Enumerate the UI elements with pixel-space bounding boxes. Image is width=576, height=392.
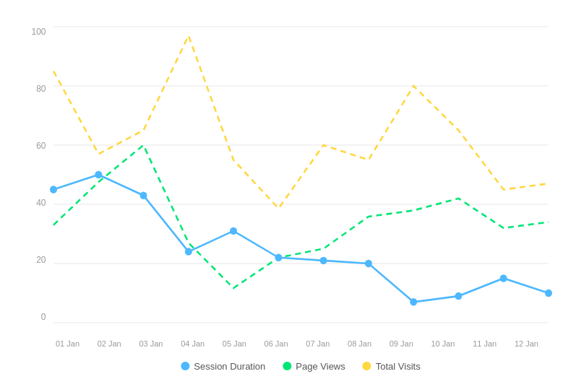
x-label-8: 08 Jan <box>338 339 382 348</box>
y-label-0: 0 <box>21 312 46 322</box>
legend-label-session-duration: Session Duration <box>194 361 265 372</box>
legend-session-duration: Session Duration <box>181 361 265 372</box>
dot-sd-7 <box>319 256 327 264</box>
x-label-5: 05 Jan <box>212 339 256 348</box>
dot-sd-6 <box>275 253 282 261</box>
dot-sd-2 <box>95 170 102 178</box>
chart-legend: Session Duration Page Views Total Visits <box>181 361 420 372</box>
x-label-6: 06 Jan <box>254 339 298 348</box>
chart-container: 100 80 60 40 20 0 <box>14 12 563 380</box>
x-label-2: 02 Jan <box>87 339 131 348</box>
x-label-10: 10 Jan <box>421 339 465 348</box>
legend-dot-total-visits <box>363 362 371 370</box>
x-label-7: 07 Jan <box>296 339 340 348</box>
x-label-9: 09 Jan <box>379 339 423 348</box>
session-duration-line <box>53 175 549 302</box>
dot-sd-5 <box>230 227 237 235</box>
dot-sd-12 <box>545 289 552 297</box>
total-visits-line <box>53 35 549 208</box>
legend-dot-session-duration <box>181 362 189 370</box>
dot-sd-11 <box>499 274 507 282</box>
y-label-40: 40 <box>21 198 46 208</box>
x-label-4: 04 Jan <box>171 339 215 348</box>
dot-sd-4 <box>184 248 192 256</box>
legend-label-total-visits: Total Visits <box>376 361 421 372</box>
x-axis: 01 Jan 02 Jan 03 Jan 04 Jan 05 Jan 06 Ja… <box>53 339 549 348</box>
dot-sd-10 <box>455 292 462 300</box>
x-label-1: 01 Jan <box>46 339 90 348</box>
chart-svg <box>53 27 549 323</box>
dot-sd-8 <box>364 259 371 267</box>
page-views-line <box>53 145 549 288</box>
legend-total-visits: Total Visits <box>363 361 421 372</box>
x-label-11: 11 Jan <box>463 339 507 348</box>
y-label-100: 100 <box>21 27 46 37</box>
dot-sd-3 <box>139 191 147 199</box>
legend-dot-page-views <box>283 362 291 370</box>
x-label-3: 03 Jan <box>129 339 173 348</box>
chart-area: 100 80 60 40 20 0 <box>53 27 549 323</box>
legend-label-page-views: Page Views <box>296 361 345 372</box>
y-axis: 100 80 60 40 20 0 <box>21 27 46 323</box>
x-label-12: 12 Jan <box>504 339 548 348</box>
dot-sd-9 <box>410 298 417 306</box>
y-label-80: 80 <box>21 84 46 94</box>
y-label-20: 20 <box>21 255 46 265</box>
y-label-60: 60 <box>21 141 46 151</box>
legend-page-views: Page Views <box>283 361 345 372</box>
dot-sd-1 <box>50 186 57 193</box>
